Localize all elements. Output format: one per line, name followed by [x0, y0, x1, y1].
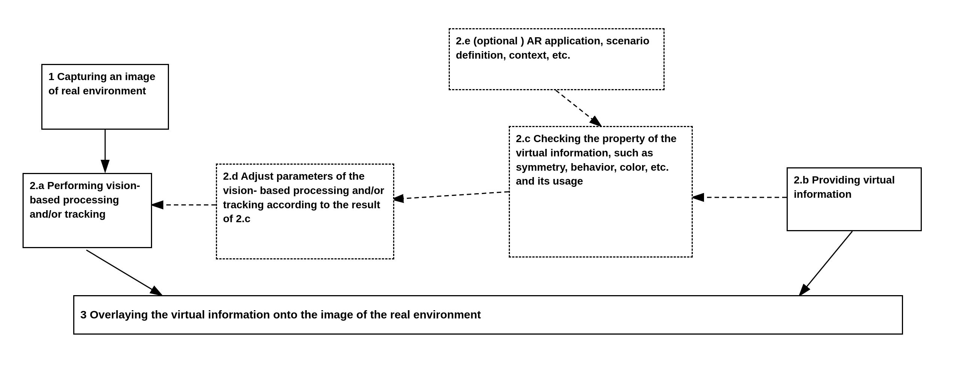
- box-2b: 2.b Providing virtual information: [787, 167, 922, 231]
- svg-line-8: [800, 231, 852, 295]
- diagram-container: 1 Capturing an image of real environment…: [0, 0, 980, 388]
- box-2d-label: 2.d Adjust parameters of the vision- bas…: [223, 170, 384, 224]
- box-2c-label: 2.c Checking the property of the virtual…: [516, 133, 677, 187]
- box-2c: 2.c Checking the property of the virtual…: [509, 126, 693, 257]
- box-2e: 2.e (optional ) AR application, scenario…: [449, 28, 665, 90]
- box-3-label: 3 Overlaying the virtual information ont…: [80, 307, 481, 323]
- svg-line-7: [86, 250, 161, 295]
- box-2b-label: 2.b Providing virtual information: [794, 174, 895, 200]
- box-2a-label: 2.a Performing vision-based processing a…: [30, 180, 140, 220]
- box-1: 1 Capturing an image of real environment: [41, 64, 169, 130]
- svg-line-4: [392, 192, 509, 199]
- box-1-label: 1 Capturing an image of real environment: [48, 71, 156, 97]
- box-2e-label: 2.e (optional ) AR application, scenario…: [456, 35, 649, 61]
- box-2d: 2.d Adjust parameters of the vision- bas…: [216, 164, 394, 259]
- box-2a: 2.a Performing vision-based processing a…: [22, 173, 152, 248]
- box-3: 3 Overlaying the virtual information ont…: [73, 295, 903, 335]
- svg-line-3: [556, 90, 601, 126]
